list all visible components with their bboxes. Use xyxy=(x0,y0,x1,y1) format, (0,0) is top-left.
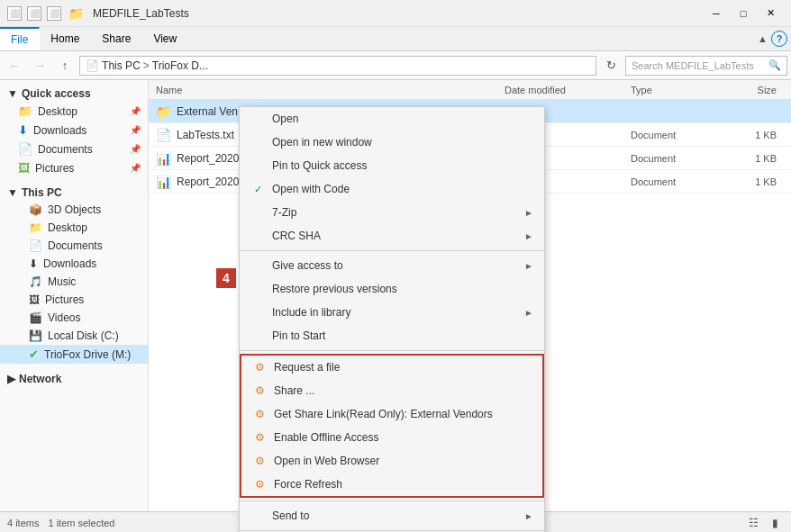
sidebar-item-downloads[interactable]: ⬇ Downloads 📌 xyxy=(0,121,148,140)
col-header-size: Size xyxy=(721,85,784,95)
downloads2-icon: ⬇ xyxy=(29,257,38,270)
cm-offline-access[interactable]: ⚙ Enable Offline Access xyxy=(241,426,542,449)
cm-7zip[interactable]: 7-Zip ► xyxy=(240,201,544,224)
title-bar: ⬜ ⬜ ⬜ 📁 MEDFILE_LabTests ─ □ ✕ xyxy=(0,0,791,27)
music-label: Music xyxy=(48,275,76,288)
report2-size: 1 KB xyxy=(721,176,784,187)
quick-access-arrow: ▼ xyxy=(7,87,18,100)
cm-pin-quick[interactable]: Pin to Quick access xyxy=(240,154,544,177)
cm-share[interactable]: ⚙ Share ... xyxy=(241,379,542,402)
sidebar-item-desktop2[interactable]: 📁 Desktop xyxy=(0,219,148,237)
send-to-icon xyxy=(250,509,265,523)
address-path[interactable]: 📄 This PC > TrioFox D... xyxy=(79,56,596,76)
documents-label: Documents xyxy=(38,143,93,156)
tab-home[interactable]: Home xyxy=(40,27,91,50)
sidebar-item-music[interactable]: 🎵 Music xyxy=(0,273,148,291)
labtests-size: 1 KB xyxy=(721,130,784,140)
cm-pin-quick-label: Pin to Quick access xyxy=(272,159,367,172)
path-thispc: 📄 This PC xyxy=(86,59,141,72)
search-placeholder: Search MEDFILE_LabTests xyxy=(626,60,754,71)
cm-force-refresh-label: Force Refresh xyxy=(274,478,342,491)
cm-7zip-label: 7-Zip xyxy=(272,206,296,219)
close-button[interactable]: ✕ xyxy=(757,0,784,27)
sidebar-item-documents2[interactable]: 📄 Documents xyxy=(0,237,148,255)
tab-file[interactable]: File xyxy=(0,27,40,50)
cm-open[interactable]: Open xyxy=(240,107,544,131)
view-details-button[interactable]: ☷ xyxy=(744,514,762,532)
triofox-label: TrioFox Drive (M:) xyxy=(44,348,131,361)
col-header-name: Name xyxy=(156,85,505,95)
music-icon: 🎵 xyxy=(29,275,42,288)
cm-request-file-label: Request a file xyxy=(274,361,340,374)
help-icon[interactable]: ? xyxy=(771,31,787,47)
cm-send-to[interactable]: Send to ► xyxy=(240,504,544,527)
back-button[interactable]: ← xyxy=(4,55,25,77)
thispc-header[interactable]: ▼ This PC xyxy=(0,183,148,201)
tab-view[interactable]: View xyxy=(142,27,188,50)
pictures2-label: Pictures xyxy=(45,293,84,306)
cm-open-vscode-label: Open with Code xyxy=(272,183,350,195)
up-button[interactable]: ↑ xyxy=(54,55,76,77)
search-icon: 🔍 xyxy=(768,59,786,71)
7zip-arrow-icon: ► xyxy=(524,208,533,218)
cm-give-access[interactable]: Give access to ► xyxy=(240,254,544,277)
cm-restore-versions[interactable]: Restore previous versions xyxy=(240,277,544,301)
labtests-type: Document xyxy=(631,130,721,140)
cm-share-label: Share ... xyxy=(274,384,314,397)
share-icon: ⚙ xyxy=(252,383,267,398)
give-access-icon xyxy=(250,258,265,273)
cm-force-refresh[interactable]: ⚙ Force Refresh xyxy=(241,473,542,496)
search-box[interactable]: Search MEDFILE_LabTests 🔍 xyxy=(625,56,787,76)
pin-quick-icon xyxy=(250,158,265,173)
cm-open-new-window[interactable]: Open in new window xyxy=(240,131,544,154)
cm-open-vscode[interactable]: ✓ Open with Code xyxy=(240,177,544,201)
get-share-link-icon: ⚙ xyxy=(252,407,267,421)
sidebar-item-pictures2[interactable]: 🖼 Pictures xyxy=(0,291,148,309)
cm-get-share-link[interactable]: ⚙ Get Share Link(Read Only): External Ve… xyxy=(241,402,542,426)
open-icon xyxy=(250,112,265,126)
pictures-icon: 🖼 xyxy=(18,161,30,175)
cm-pin-start[interactable]: Pin to Start xyxy=(240,324,544,347)
documents-pin-icon: 📌 xyxy=(130,144,141,154)
title-folder-icon: 📁 xyxy=(68,6,84,21)
minimize-button[interactable]: ─ xyxy=(703,0,730,27)
crcsha-icon xyxy=(250,229,265,243)
cm-include-library[interactable]: Include in library ► xyxy=(240,301,544,324)
report2-icon: 📊 xyxy=(156,175,171,189)
sidebar-item-videos[interactable]: 🎬 Videos xyxy=(0,309,148,327)
path-triofox: TrioFox D... xyxy=(152,59,208,72)
quick-access-header[interactable]: ▼ Quick access xyxy=(0,84,148,102)
cm-sep-1 xyxy=(240,250,544,251)
cm-crcsha[interactable]: CRC SHA ► xyxy=(240,224,544,248)
restore-versions-icon xyxy=(250,282,265,296)
maximize-button[interactable]: □ xyxy=(730,0,757,27)
tb-icon-1[interactable]: ⬜ xyxy=(7,6,22,21)
sidebar-item-pictures[interactable]: 🖼 Pictures 📌 xyxy=(0,158,148,177)
network-arrow: ▶ xyxy=(7,373,15,385)
cm-include-library-label: Include in library xyxy=(272,306,350,319)
ribbon-expand-icon[interactable]: ▲ xyxy=(758,33,768,44)
sidebar-item-triofox[interactable]: ✔ TrioFox Drive (M:) xyxy=(0,345,148,364)
sidebar-item-downloads2[interactable]: ⬇ Downloads xyxy=(0,255,148,273)
tab-share[interactable]: Share xyxy=(91,27,142,50)
cm-open-new-window-label: Open in new window xyxy=(272,136,372,149)
sidebar-item-localdisk[interactable]: 💾 Local Disk (C:) xyxy=(0,327,148,345)
cm-request-file[interactable]: ⚙ Request a file xyxy=(241,356,542,379)
cm-sep-3 xyxy=(240,500,544,501)
pictures-label: Pictures xyxy=(35,162,74,175)
cm-open-web[interactable]: ⚙ Open in Web Browser xyxy=(241,449,542,473)
downloads-pin-icon: 📌 xyxy=(130,125,141,135)
sidebar-item-desktop[interactable]: 📁 Desktop 📌 xyxy=(0,102,148,121)
forward-button[interactable]: → xyxy=(29,55,50,77)
view-large-button[interactable]: ▮ xyxy=(766,514,784,532)
force-refresh-icon: ⚙ xyxy=(252,477,267,491)
refresh-button[interactable]: ↻ xyxy=(600,55,622,77)
offline-access-icon: ⚙ xyxy=(252,430,267,445)
tb-icon-3[interactable]: ⬜ xyxy=(47,6,61,21)
request-file-icon: ⚙ xyxy=(252,360,267,374)
network-header[interactable]: ▶ Network xyxy=(0,369,148,387)
documents2-icon: 📄 xyxy=(29,239,42,252)
sidebar-item-3dobjects[interactable]: 📦 3D Objects xyxy=(0,201,148,219)
sidebar-item-documents[interactable]: 📄 Documents 📌 xyxy=(0,140,148,158)
tb-icon-2[interactable]: ⬜ xyxy=(27,6,41,21)
